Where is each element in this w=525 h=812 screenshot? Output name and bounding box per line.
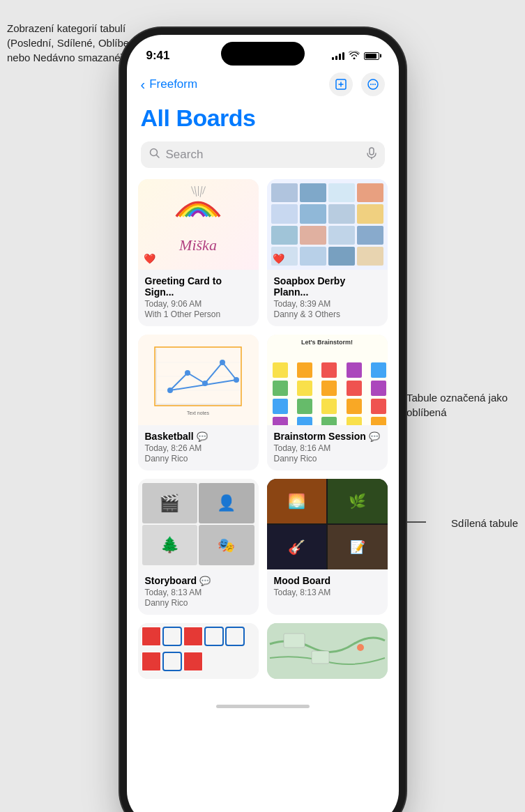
board-info-2: Soapbox Derby Plann... Today, 8:39 AM Da… bbox=[267, 270, 388, 326]
svg-point-16 bbox=[185, 370, 190, 376]
mic-icon bbox=[367, 147, 376, 162]
signal-bar-3 bbox=[339, 54, 341, 60]
annotation-top: Zobrazení kategorií tabulí (Poslední, Sd… bbox=[7, 21, 146, 65]
board-info-4: Brainstorm Session 💬 Today, 8:16 AM Dann… bbox=[267, 425, 388, 470]
svg-point-19 bbox=[234, 377, 239, 383]
map-svg bbox=[267, 623, 388, 679]
battery-icon bbox=[364, 52, 379, 60]
board-card-8[interactable] bbox=[267, 623, 388, 679]
svg-rect-23 bbox=[312, 651, 329, 664]
board-thumbnail-brainstorm: Let's Brainstorm! bbox=[267, 335, 388, 425]
search-bar[interactable]: Search bbox=[141, 141, 385, 168]
signal-bar-1 bbox=[332, 57, 334, 60]
svg-rect-22 bbox=[284, 634, 305, 648]
svg-rect-6 bbox=[370, 148, 374, 155]
board-card-4[interactable]: Let's Brainstorm! bbox=[267, 335, 388, 470]
favorite-heart-2: ❤️ bbox=[273, 253, 284, 264]
home-bar bbox=[216, 705, 310, 708]
home-indicator bbox=[127, 690, 399, 714]
board-info-3: Basketball 💬 Today, 8:26 AM Danny Rico bbox=[138, 425, 259, 470]
board-name-6: Mood Board bbox=[274, 575, 381, 586]
board-card-6[interactable]: 🌅 🌿 🎸 📝 Mood Board Today, 8:13 AM bbox=[267, 479, 388, 615]
board-thumbnail-greeting: Miška ❤️ bbox=[138, 179, 259, 270]
signal-bar-4 bbox=[342, 52, 344, 60]
board-thumbnail-soapbox: ❤️ bbox=[267, 179, 388, 270]
favorite-heart-1: ❤️ bbox=[144, 253, 155, 264]
svg-point-4 bbox=[374, 84, 376, 85]
board-card-7[interactable] bbox=[138, 623, 259, 679]
board-date-2: Today, 8:39 AM bbox=[274, 299, 381, 309]
board-info-5: Storyboard 💬 Today, 8:13 AM Danny Rico bbox=[138, 569, 259, 615]
board-name-3: Basketball 💬 bbox=[145, 431, 252, 442]
page-title: All Boards bbox=[141, 105, 385, 132]
board-person-2: Danny & 3 Others bbox=[274, 309, 381, 319]
board-name-1: Greeting Card to Sign... bbox=[145, 275, 252, 298]
svg-point-17 bbox=[202, 381, 208, 386]
phone-frame: 9:41 bbox=[127, 35, 399, 812]
chat-bubble-icon-3: 💬 bbox=[197, 431, 208, 442]
board-thumbnail-basketball: Text notes bbox=[138, 335, 259, 425]
dynamic-island bbox=[221, 42, 305, 66]
chat-bubble-icon-5: 💬 bbox=[199, 576, 211, 586]
status-icons bbox=[332, 50, 379, 61]
board-name-5: Storyboard 💬 bbox=[145, 575, 252, 586]
annotation-right-favorite: Tabule označená jako oblíbená bbox=[406, 390, 518, 420]
board-thumbnail-moodboard: 🌅 🌿 🎸 📝 bbox=[267, 479, 388, 569]
status-time: 9:41 bbox=[146, 49, 170, 63]
board-date-1: Today, 9:06 AM bbox=[145, 299, 252, 309]
new-board-button[interactable] bbox=[329, 72, 353, 96]
board-person-3: Danny Rico bbox=[145, 454, 252, 464]
back-chevron-icon: ‹ bbox=[141, 77, 146, 93]
svg-point-24 bbox=[357, 644, 364, 651]
board-info-6: Mood Board Today, 8:13 AM bbox=[267, 569, 388, 605]
search-bar-area: Search bbox=[127, 139, 399, 176]
chat-bubble-icon-4: 💬 bbox=[369, 431, 380, 442]
board-date-4: Today, 8:16 AM bbox=[274, 443, 381, 453]
basketball-graph: Text notes bbox=[149, 342, 247, 418]
board-thumbnail-talavera bbox=[138, 623, 259, 679]
search-icon bbox=[149, 148, 160, 162]
board-card-5[interactable]: 🎬 👤 🌲 🎭 Storyboard 💬 Today, 8:13 AM Dann… bbox=[138, 479, 259, 615]
svg-point-15 bbox=[167, 388, 173, 393]
boards-grid: Miška ❤️ Greeting Card to Sign... Today,… bbox=[127, 176, 399, 690]
wifi-icon bbox=[349, 50, 360, 61]
svg-text:Text notes: Text notes bbox=[187, 411, 209, 415]
board-person-1: With 1 Other Person bbox=[145, 309, 252, 319]
board-name-4: Brainstorm Session 💬 bbox=[274, 431, 381, 442]
brainstorm-label: Let's Brainstorm! bbox=[301, 339, 353, 346]
board-person-5: Danny Rico bbox=[145, 598, 252, 608]
new-board-icon bbox=[335, 78, 347, 91]
board-date-5: Today, 8:13 AM bbox=[145, 588, 252, 597]
svg-point-2 bbox=[370, 84, 372, 85]
greeting-card-text: Miška bbox=[179, 236, 217, 254]
board-date-6: Today, 8:13 AM bbox=[274, 588, 381, 597]
more-icon bbox=[367, 78, 379, 91]
board-card-3[interactable]: Text notes Basketball 💬 Today, 8:26 AM D… bbox=[138, 335, 259, 470]
svg-point-18 bbox=[220, 360, 225, 365]
nav-actions bbox=[329, 72, 385, 96]
board-thumbnail-storyboard: 🎬 👤 🌲 🎭 bbox=[138, 479, 259, 569]
nav-back-label: Freeform bbox=[149, 77, 197, 91]
status-bar: 9:41 bbox=[127, 35, 399, 70]
board-date-3: Today, 8:26 AM bbox=[145, 443, 252, 453]
board-thumbnail-map bbox=[267, 623, 388, 679]
signal-bar-2 bbox=[335, 56, 337, 60]
board-card-2[interactable]: ❤️ Soapbox Derby Plann... Today, 8:39 AM… bbox=[267, 179, 388, 326]
signal-bars bbox=[332, 52, 344, 60]
annotation-right-shared: Sdílená tabule bbox=[451, 516, 518, 530]
more-button[interactable] bbox=[361, 72, 385, 96]
nav-back-button[interactable]: ‹ Freeform bbox=[141, 77, 198, 93]
board-person-4: Danny Rico bbox=[274, 454, 381, 464]
search-placeholder: Search bbox=[166, 148, 361, 162]
page-title-area: All Boards bbox=[127, 102, 399, 139]
nav-bar: ‹ Freeform bbox=[127, 70, 399, 102]
board-name-2: Soapbox Derby Plann... bbox=[274, 275, 381, 298]
board-card-1[interactable]: Miška ❤️ Greeting Card to Sign... Today,… bbox=[138, 179, 259, 326]
svg-point-3 bbox=[372, 84, 374, 85]
board-info-1: Greeting Card to Sign... Today, 9:06 AM … bbox=[138, 270, 259, 326]
